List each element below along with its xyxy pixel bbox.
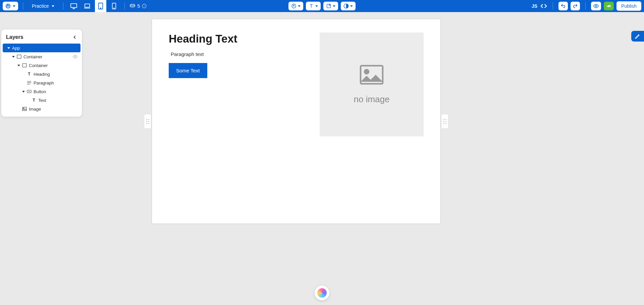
logo-icon — [5, 3, 11, 9]
svg-rect-15 — [22, 64, 26, 67]
layer-label: Button — [34, 89, 46, 94]
layer-label: Image — [29, 107, 41, 112]
code-button[interactable] — [540, 3, 547, 9]
chevron-down-icon — [22, 91, 25, 93]
canvas-button-text: Some Text — [176, 68, 200, 73]
separator — [23, 2, 23, 10]
chevron-down-icon — [315, 5, 318, 7]
undo-button[interactable] — [558, 2, 568, 10]
redo-button[interactable] — [571, 2, 580, 10]
layer-label: Container — [29, 63, 48, 68]
layer-container-1[interactable]: Container — [3, 52, 80, 61]
image-icon — [22, 107, 27, 111]
layer-button[interactable]: Button — [3, 87, 80, 96]
chevron-down-icon — [13, 5, 15, 7]
layer-paragraph[interactable]: Paragraph — [3, 78, 80, 87]
layer-text[interactable]: T Text — [3, 96, 80, 105]
svg-point-4 — [100, 8, 101, 8]
layer-label: App — [12, 46, 20, 51]
visibility-icon[interactable] — [72, 55, 78, 59]
publish-label: Publish — [621, 3, 637, 9]
chevron-down-icon — [298, 5, 301, 7]
svg-point-12 — [595, 5, 597, 7]
svg-point-7 — [130, 4, 135, 6]
device-tablet-button[interactable] — [95, 0, 106, 12]
edit-panel-toggle[interactable] — [631, 31, 644, 42]
data-dropdown-button[interactable] — [288, 2, 303, 10]
resize-handle-right[interactable] — [441, 114, 448, 129]
layers-panel-title: Layers — [6, 34, 23, 40]
save-button[interactable] — [604, 2, 614, 10]
topbar-center-tools — [288, 2, 356, 10]
layer-image[interactable]: Image — [3, 105, 80, 113]
info-icon[interactable] — [142, 4, 147, 8]
appearance-dropdown-button[interactable] — [341, 2, 356, 10]
js-button[interactable]: JS — [532, 3, 537, 9]
image-placeholder-icon — [360, 65, 384, 85]
svg-rect-17 — [22, 107, 26, 111]
layers-panel-header: Layers — [3, 33, 80, 44]
chevron-down-icon — [52, 5, 54, 7]
canvas-frame[interactable]: Heading Text Paragraph text Some Text no… — [152, 19, 441, 224]
publish-button[interactable]: Publish — [616, 1, 641, 11]
layer-container-2[interactable]: Container — [3, 61, 80, 70]
resize-handle-left[interactable] — [144, 114, 151, 129]
project-name: Practice — [32, 3, 49, 9]
canvas-text-container[interactable]: Heading Text Paragraph text Some Text — [169, 33, 306, 136]
text-icon: T — [27, 72, 32, 76]
typography-dropdown-button[interactable] — [306, 2, 321, 10]
layer-label: Heading — [34, 72, 50, 77]
canvas-heading[interactable]: Heading Text — [169, 33, 306, 45]
separator — [63, 2, 63, 10]
chevron-down-icon — [333, 5, 335, 7]
layer-app[interactable]: App — [3, 44, 80, 52]
layer-label: Paragraph — [34, 80, 54, 85]
topbar-right: JS Publish — [532, 1, 641, 11]
svg-rect-13 — [17, 55, 21, 58]
svg-rect-2 — [85, 4, 89, 7]
canvas-root-container[interactable]: Heading Text Paragraph text Some Text no… — [152, 19, 440, 150]
image-placeholder-label: no image — [354, 94, 390, 105]
layers-panel: Layers App Container Container — [1, 29, 82, 117]
logo-menu-button[interactable] — [3, 2, 18, 10]
svg-point-6 — [114, 8, 114, 8]
button-icon — [27, 89, 32, 94]
grip-icon — [146, 119, 149, 124]
container-icon — [22, 63, 27, 68]
layer-heading[interactable]: T Heading — [3, 70, 80, 78]
text-icon: T — [32, 98, 36, 103]
project-dropdown[interactable]: Practice — [28, 3, 58, 9]
svg-point-20 — [365, 70, 369, 74]
separator — [553, 2, 553, 10]
chevron-down-icon — [350, 5, 353, 7]
preview-button[interactable] — [591, 2, 601, 10]
device-mobile-button[interactable] — [108, 1, 120, 11]
coins-icon — [129, 4, 136, 8]
chevron-down-icon — [17, 65, 20, 66]
ai-assistant-button[interactable] — [315, 286, 329, 300]
chevron-down-icon — [12, 56, 15, 58]
canvas-button[interactable]: Some Text — [169, 63, 207, 78]
separator — [124, 2, 125, 10]
device-desktop-button[interactable] — [68, 1, 79, 11]
grip-icon — [443, 119, 446, 124]
paragraph-icon — [27, 80, 32, 85]
device-laptop-button[interactable] — [82, 1, 93, 11]
chevron-down-icon — [7, 47, 10, 49]
credits-count: 5 — [138, 3, 140, 9]
topbar: Practice 5 — [0, 0, 644, 12]
ai-orb-icon — [317, 288, 327, 298]
collapse-panel-button[interactable] — [72, 35, 77, 40]
svg-point-14 — [74, 56, 76, 57]
layer-label: Container — [23, 54, 42, 59]
separator — [585, 2, 586, 10]
canvas-stage: Layers App Container Container — [0, 12, 644, 305]
svg-rect-1 — [71, 4, 77, 8]
container-icon — [17, 54, 21, 59]
layer-label: Text — [38, 98, 46, 103]
layout-dropdown-button[interactable] — [323, 2, 338, 10]
credits-indicator[interactable]: 5 — [129, 3, 147, 9]
canvas-paragraph[interactable]: Paragraph text — [169, 51, 306, 57]
canvas-image-placeholder[interactable]: no image — [320, 33, 424, 136]
